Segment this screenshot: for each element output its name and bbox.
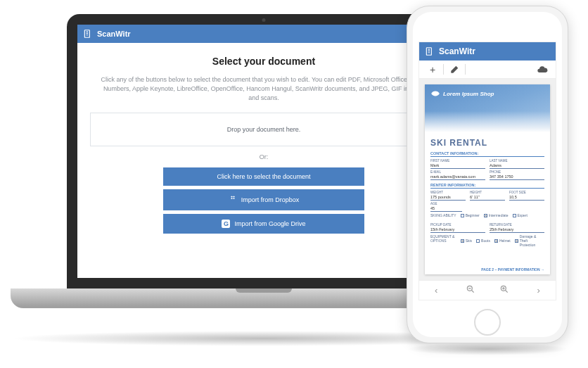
cloud-upload-button[interactable]: [532, 61, 553, 78]
app-logo-icon: [83, 29, 93, 39]
return-value: 25th February: [490, 227, 544, 233]
document-page: Lorem Ipsum Shop SKI RENTAL CONTACT INFO…: [425, 84, 550, 274]
document-hero: Lorem Ipsum Shop: [425, 84, 550, 132]
next-page-button[interactable]: ›: [530, 285, 547, 296]
phone-app-header: ScanWitr: [419, 42, 556, 61]
renter-section-label: RENTER INFORMATION:: [430, 183, 544, 189]
dropzone-label: Drop your document here.: [227, 126, 301, 133]
height-value: 6' 11": [470, 194, 505, 201]
helmet-label: Helmet: [499, 239, 511, 243]
prev-page-button[interactable]: ‹: [428, 285, 445, 296]
shop-name: Lorem Ipsum Shop: [443, 91, 494, 97]
beginner-checkbox[interactable]: [461, 214, 464, 217]
app-title: ScanWitr: [97, 30, 131, 38]
expert-label: Expert: [518, 213, 528, 217]
phone-toolbar: +: [419, 61, 556, 79]
skis-label: Skis: [466, 239, 472, 243]
document-viewport[interactable]: Lorem Ipsum Shop SKI RENTAL CONTACT INFO…: [419, 79, 556, 280]
contact-section-label: CONTACT INFORMATION:: [430, 151, 544, 157]
age-value: 45: [430, 205, 462, 212]
gdrive-label: Import from Google Drive: [234, 220, 305, 227]
damage-checkbox[interactable]: [515, 239, 518, 243]
select-document-button[interactable]: Click here to select the document: [163, 167, 365, 186]
skis-checkbox[interactable]: [461, 239, 464, 243]
beginner-label: Beginner: [466, 213, 480, 217]
expert-checkbox[interactable]: [513, 214, 516, 217]
or-separator: Or:: [260, 153, 269, 160]
google-icon: G: [222, 220, 230, 228]
pickup-value: 15th February: [430, 227, 485, 233]
import-gdrive-button[interactable]: G Import from Google Drive: [163, 214, 365, 234]
last-name-value: Adams: [490, 163, 544, 169]
boots-label: Boots: [481, 239, 490, 243]
dropbox-label: Import from Dropbox: [241, 196, 300, 203]
dropzone[interactable]: Drop your document here.: [90, 113, 437, 146]
foot-value: 10,5: [509, 194, 544, 201]
dropbox-icon: [229, 195, 237, 205]
page-title: Select your document: [212, 56, 315, 67]
page-description: Click any of the buttons below to select…: [98, 75, 428, 103]
document-footer: PAGE 2 – PAYMENT INFORMATION →: [425, 267, 550, 274]
laptop-app-window: ScanWitr Select your document Click any …: [77, 25, 450, 278]
import-dropbox-button[interactable]: Import from Dropbox: [163, 189, 365, 210]
add-button[interactable]: +: [422, 61, 443, 78]
phone-app-window: ScanWitr + Lorem: [418, 42, 556, 300]
email-value: mark.adams@vanaia.com: [430, 174, 485, 180]
eraser-button[interactable]: [444, 61, 465, 78]
weight-value: 175 pounds: [430, 194, 466, 201]
boots-checkbox[interactable]: [476, 239, 480, 243]
damage-label: Damage & Theft Protection: [520, 234, 544, 247]
zoom-out-button[interactable]: [462, 284, 479, 296]
document-title: SKI RENTAL: [430, 138, 544, 148]
phone-app-logo-icon: [425, 46, 435, 56]
select-document-label: Click here to select the document: [217, 173, 310, 180]
app-header: ScanWitr: [77, 25, 450, 43]
helmet-checkbox[interactable]: [494, 239, 498, 243]
phone-device: ScanWitr + Lorem: [407, 6, 568, 343]
phone-bottom-toolbar: ‹ ›: [419, 280, 556, 300]
ski-ability-label: SKIING ABILITY: [430, 213, 456, 217]
webcam: [262, 18, 266, 22]
equipment-label: EQUIPMENT & OPTIONS: [430, 234, 456, 247]
intermediate-label: Intermediate: [489, 213, 509, 217]
phone-app-title: ScanWitr: [439, 46, 475, 56]
first-name-value: Mark: [430, 163, 485, 169]
zoom-in-button[interactable]: [496, 284, 513, 296]
intermediate-checkbox[interactable]: [484, 214, 487, 217]
phone-value: 347 354 1750: [490, 174, 544, 180]
home-button[interactable]: [474, 309, 501, 336]
